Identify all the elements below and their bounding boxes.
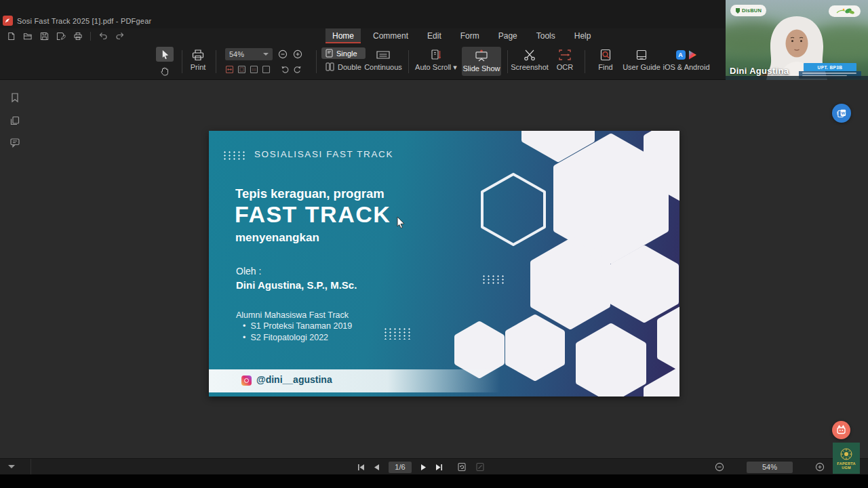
next-page-icon[interactable]: [420, 464, 427, 471]
undo-icon[interactable]: [98, 32, 108, 40]
slide-author: Dini Agustina, S.P., M.Sc.: [236, 279, 357, 291]
webcam-bottom-strip: [726, 76, 868, 80]
letterbox: [0, 474, 868, 488]
menu-comment[interactable]: Comment: [366, 28, 415, 43]
slide-alumni-item: S2 Fitopatologi 2022: [243, 333, 328, 342]
previous-page-icon[interactable]: [374, 464, 380, 471]
assistant-fab[interactable]: [832, 421, 850, 439]
bookmarks-panel-icon[interactable]: [9, 92, 20, 103]
statusbar-zoom-value[interactable]: 54%: [747, 462, 793, 473]
document-area: SOSIALISASI FAST TRACK Tepis keraguan, p…: [0, 80, 868, 458]
fit-page-icon[interactable]: [237, 65, 246, 74]
actual-size-icon[interactable]: [250, 65, 258, 74]
rotate-right-icon[interactable]: [293, 65, 302, 74]
instagram-icon: [241, 375, 252, 386]
disbun-logo: DisBUN: [730, 5, 766, 16]
slide-subtitle: menyenangkan: [235, 231, 319, 245]
menu-page[interactable]: Page: [492, 28, 524, 43]
last-page-icon[interactable]: [435, 464, 443, 471]
zoom-out-icon[interactable]: [278, 49, 288, 59]
statusbar: 1/6 54%: [0, 458, 868, 474]
window-title: Sosi Fast Track 2025 [1].pdf - PDFgear: [17, 17, 151, 25]
ocr-button[interactable]: OCR: [551, 49, 579, 71]
screenshot-button[interactable]: Screenshot: [510, 49, 549, 71]
dots-pattern: [222, 150, 248, 161]
statusbar-collapse-icon[interactable]: [8, 465, 15, 468]
convert-page-icon[interactable]: [457, 462, 467, 472]
google-play-icon: [688, 50, 697, 60]
statusbar-zoom-in-icon[interactable]: [815, 462, 825, 472]
webcam-overlay: DisBUN Dini Agustina UPT. BP3B: [726, 0, 868, 80]
pdfgear-logo-icon: [3, 16, 13, 26]
zoom-controls: 54%: [715, 459, 825, 475]
menu-home[interactable]: Home: [326, 28, 361, 43]
zoom-select-chevron-icon: [263, 53, 269, 56]
quick-access-separator: [90, 32, 91, 41]
auto-scroll-button[interactable]: Auto Scroll ▾: [412, 49, 460, 72]
quick-print-icon[interactable]: [73, 32, 83, 41]
hexagon-decoration: [209, 131, 679, 396]
instagram-handle: @dini__agustina: [256, 374, 332, 385]
thumbnails-panel-icon[interactable]: [9, 115, 20, 126]
leaf-logo: [829, 5, 861, 17]
select-tool-button[interactable]: [156, 47, 174, 62]
redo-icon[interactable]: [115, 32, 125, 40]
fit-width-icon[interactable]: [225, 65, 234, 74]
pdf-to-word-fab[interactable]: W: [832, 104, 851, 123]
slide-show-button[interactable]: Slide Show: [462, 47, 501, 76]
slide-intro: Tepis keraguan, program: [235, 186, 384, 201]
webcam-banner: UPT. BP3B: [804, 63, 856, 71]
slide-alumni-item: S1 Proteksi Tanaman 2019: [243, 321, 352, 331]
new-file-icon[interactable]: [7, 32, 16, 41]
slide-title: FAST TRACK: [235, 201, 391, 228]
menu-help[interactable]: Help: [568, 28, 598, 43]
open-file-icon[interactable]: [23, 32, 33, 41]
dots-pattern: [481, 274, 507, 285]
pdf-page-slide[interactable]: SOSIALISASI FAST TRACK Tepis keraguan, p…: [209, 131, 679, 396]
rotate-left-icon[interactable]: [281, 65, 290, 74]
svg-text:W: W: [841, 110, 845, 115]
presenter-name: Dini Agustina: [730, 66, 789, 76]
slide-eyebrow: SOSIALISASI FAST TRACK: [254, 149, 393, 159]
main-menu: Home Comment Edit Form Page Tools Help: [326, 28, 597, 43]
ios-android-button[interactable]: A iOS & Android: [662, 49, 711, 71]
first-page-icon[interactable]: [357, 464, 365, 471]
mouse-cursor: [396, 216, 406, 228]
print-button[interactable]: Print: [184, 49, 212, 71]
continuous-view-button[interactable]: Continuous: [362, 49, 404, 71]
slide-by-label: Oleh :: [236, 266, 261, 277]
hand-tool-button[interactable]: [156, 64, 174, 78]
fit-visible-icon[interactable]: [262, 65, 271, 74]
page-indicator[interactable]: 1/6: [389, 462, 412, 473]
save-as-icon[interactable]: [56, 32, 66, 41]
edit-page-icon-disabled: [475, 462, 485, 472]
menu-form[interactable]: Form: [454, 28, 486, 43]
statusbar-zoom-out-icon[interactable]: [715, 462, 724, 472]
save-icon[interactable]: [40, 32, 49, 41]
zoom-select[interactable]: 54%: [225, 48, 273, 60]
slide-alumni-heading: Alumni Mahasiswa Fast Track: [236, 310, 349, 320]
menu-tools[interactable]: Tools: [530, 28, 562, 43]
double-view-button[interactable]: Double: [321, 61, 366, 73]
user-guide-button[interactable]: User Guide: [621, 49, 662, 71]
comments-panel-icon[interactable]: [9, 138, 20, 148]
zoom-in-icon[interactable]: [293, 49, 302, 59]
app-store-icon: A: [676, 50, 686, 60]
menu-edit[interactable]: Edit: [420, 28, 448, 43]
dots-pattern: [383, 327, 412, 340]
screen: Sosi Fast Track 2025 [1].pdf - PDFgear H…: [0, 0, 868, 488]
statusbar-separator: [31, 459, 31, 475]
faperta-ugm-logo: FAPERTAUGM: [833, 443, 860, 474]
single-view-button[interactable]: Single: [321, 47, 366, 59]
find-button[interactable]: Find: [590, 49, 621, 71]
page-navigation: 1/6: [357, 459, 485, 475]
